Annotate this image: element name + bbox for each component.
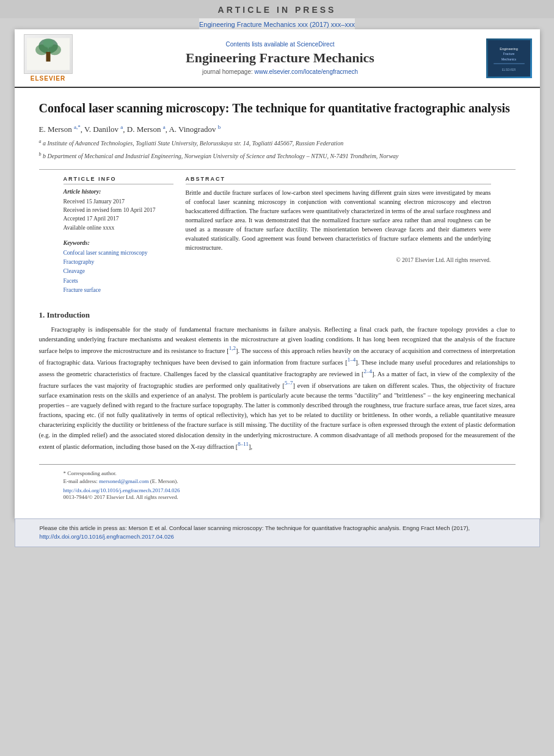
efm-logo: Engineering Fracture Mechanics ELSEVIER [486,38,532,78]
abstract-col: ABSTRACT Brittle and ductile fracture su… [186,176,491,295]
ref-4[interactable]: 5–7 [285,380,293,386]
abstract-label: ABSTRACT [186,176,491,184]
bottom-citation-bar: Please cite this article in press as: Me… [15,518,540,547]
paper-container: ELSEVIER Contents lists available at Sci… [15,29,540,518]
doi-link[interactable]: http://dx.doi.org/10.1016/j.engfracmech.… [64,487,491,493]
abstract-body: Brittle and ductile fracture surfaces of… [186,188,491,252]
elsevier-logo-left: ELSEVIER [21,34,76,82]
keyword-1: Fractography [64,258,173,267]
svg-text:Engineering: Engineering [500,47,517,51]
svg-rect-4 [46,52,50,62]
journal-header: ELSEVIER Contents lists available at Sci… [15,29,540,88]
keywords-label: Keywords: [64,239,173,246]
svg-point-5 [43,39,54,48]
journal-center-header: Contents lists available at ScienceDirec… [82,34,479,82]
keyword-4: Fracture surface [64,286,173,295]
journal-title: Engineering Fracture Mechanics [186,50,374,66]
article-info-label: ARTICLE INFO [64,176,173,184]
copyright-line: © 2017 Elsevier Ltd. All rights reserved… [186,257,491,263]
banner-text: ARTICLE IN PRESS [218,5,337,15]
history-item-1: Received in revised form 10 April 2017 [64,206,173,214]
ref-3[interactable]: 2–4 [363,368,372,374]
footnote-section: * Corresponding author. E-mail address: … [39,464,516,507]
ref-2[interactable]: 1–4 [348,357,356,363]
svg-text:Mechanics: Mechanics [501,57,517,60]
corresponding-author-note: * Corresponding author. [64,470,491,478]
journal-homepage: journal homepage: www.elsevier.com/locat… [202,68,358,75]
elsevier-name: ELSEVIER [31,75,65,82]
email-link[interactable]: mersoned@gmail.com [99,478,149,484]
article-in-press-banner: ARTICLE IN PRESS [0,0,554,18]
history-label: Article history: [64,188,173,195]
contents-line: Contents lists available at ScienceDirec… [226,41,335,48]
history-item-3: Available online xxxx [64,224,173,232]
article-title-section: Confocal laser scanning microscopy: The … [15,88,540,169]
email-line: E-mail address: mersoned@gmail.com (E. M… [64,478,491,486]
ref-5[interactable]: 8–11 [238,441,249,447]
affiliation-a: a a Institute of Advanced Technologies, … [39,138,516,148]
history-item-0: Received 15 January 2017 [64,197,173,206]
journal-logo-right: Engineering Fracture Mechanics ELSEVIER [485,34,534,82]
svg-text:ELSEVIER: ELSEVIER [502,68,516,71]
article-title: Confocal laser scanning microscopy: The … [39,100,516,117]
article-info-abstract: ARTICLE INFO Article history: Received 1… [39,169,516,301]
elsevier-logo-image [24,34,73,74]
keyword-2: Cleavage [64,267,173,276]
doi-line: Engineering Fracture Mechanics xxx (2017… [199,18,355,29]
intro-heading: 1. Introduction [39,310,516,320]
article-info-col: ARTICLE INFO Article history: Received 1… [64,176,173,295]
svg-text:Fracture: Fracture [503,52,515,56]
ref-1[interactable]: 1,2 [229,345,236,351]
citation-text: Please cite this article in press as: Me… [40,525,470,531]
copyright-footnote: 0013-7944/© 2017 Elsevier Ltd. All right… [64,493,491,502]
citation-doi-link[interactable]: http://dx.doi.org/10.1016/j.engfracmech.… [40,533,174,540]
affiliation-b: b b Department of Mechanical and Industr… [39,151,516,161]
keyword-3: Facets [64,277,173,286]
authors-line: E. Merson a,*, V. Danilov a, D. Merson a… [39,124,516,134]
history-item-2: Accepted 17 April 2017 [64,214,173,223]
introduction-section: 1. Introduction Fractography is indispen… [15,301,540,461]
keyword-0: Confocal laser scanning microscopy [64,249,173,258]
doi-text: Engineering Fracture Mechanics xxx (2017… [199,21,355,28]
intro-paragraph: Fractography is indispensable for the st… [39,325,516,452]
